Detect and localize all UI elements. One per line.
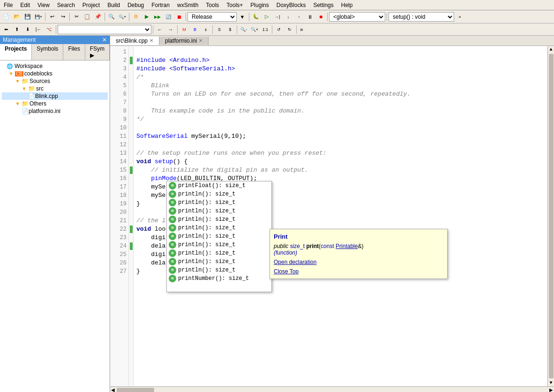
tb2-btn5[interactable]: ⌥ bbox=[44, 24, 54, 35]
hscroll-left-btn[interactable]: ◀ bbox=[110, 387, 116, 392]
menu-edit[interactable]: Edit bbox=[16, 1, 34, 9]
rebuild-btn[interactable]: 🔄 bbox=[163, 12, 173, 22]
scope-dropdown[interactable]: <global> bbox=[329, 12, 385, 22]
tb2-bookmark[interactable]: B bbox=[190, 24, 200, 35]
stop-btn[interactable]: ⏹ bbox=[174, 12, 184, 22]
close-top-link[interactable]: Close Top bbox=[274, 268, 443, 275]
paste-btn[interactable]: 📌 bbox=[93, 12, 103, 22]
sidebar-tab-symbols[interactable]: Symbols bbox=[32, 44, 63, 60]
menu-fortran[interactable]: Fortran bbox=[148, 1, 173, 9]
tb2-s1[interactable]: S bbox=[214, 24, 225, 35]
sidebar-tab-fsym[interactable]: FSym ▶ bbox=[85, 44, 110, 60]
scroll-down-btn[interactable]: ▼ bbox=[548, 379, 553, 386]
debug-step-btn[interactable]: ↓ bbox=[283, 12, 293, 22]
debug-btn[interactable]: 🐛 bbox=[251, 12, 261, 22]
open-btn[interactable]: 📂 bbox=[12, 12, 22, 22]
dropdown-arrow[interactable]: ▼ bbox=[237, 12, 247, 22]
save-all-btn[interactable]: 💾+ bbox=[33, 12, 44, 22]
autocomplete-list[interactable]: m printFloat(): size_t m println(): size… bbox=[167, 181, 271, 292]
menu-wxsmith[interactable]: wxSmith bbox=[173, 1, 202, 9]
tb2-nav-back[interactable]: ← bbox=[155, 24, 165, 35]
run-btn[interactable]: ▶ bbox=[142, 12, 152, 22]
tb2-btn3[interactable]: ⬇ bbox=[22, 24, 33, 35]
tb2-undo2[interactable]: ↺ bbox=[274, 24, 284, 35]
jump-dropdown[interactable] bbox=[58, 25, 151, 34]
menu-help[interactable]: Help bbox=[337, 1, 357, 9]
ac-item-2[interactable]: m println(): size_t bbox=[167, 198, 271, 207]
ac-item-7[interactable]: m println(): size_t bbox=[167, 241, 271, 249]
menu-doxyblocks[interactable]: DoxyBlocks bbox=[273, 1, 310, 9]
menu-tools[interactable]: Tools bbox=[202, 1, 223, 9]
menu-project[interactable]: Project bbox=[79, 1, 104, 9]
hscroll-thumb[interactable] bbox=[117, 388, 154, 392]
scroll-up-btn[interactable]: ▲ bbox=[548, 46, 553, 53]
undo-btn[interactable]: ↩ bbox=[47, 12, 57, 22]
tb2-zoom-out[interactable]: 🔍- bbox=[239, 24, 249, 35]
ac-item-0[interactable]: m printFloat(): size_t bbox=[167, 181, 271, 190]
find-next-btn[interactable]: 🔍+ bbox=[117, 12, 127, 22]
ac-item-10[interactable]: m println(): size_t bbox=[167, 266, 271, 274]
tab-blink-cpp-close[interactable]: ✕ bbox=[150, 38, 153, 43]
ac-item-8[interactable]: m println(): size_t bbox=[167, 249, 271, 257]
editor-hscrollbar[interactable]: ◀ ▶ bbox=[110, 386, 554, 392]
editor-scrollbar[interactable]: ▲ ▼ bbox=[547, 46, 554, 386]
tb2-s2[interactable]: $ bbox=[225, 24, 235, 35]
menu-search[interactable]: Search bbox=[53, 1, 79, 9]
debug-stop-btn[interactable]: ⏹ bbox=[315, 12, 326, 22]
tb2-nav-fwd[interactable]: → bbox=[165, 24, 176, 35]
debug-next-btn[interactable]: →| bbox=[272, 12, 283, 22]
tree-blink-cpp[interactable]: 📄 Blink.cpp bbox=[2, 92, 108, 100]
function-dropdown[interactable]: setup() : void bbox=[389, 12, 454, 22]
menu-debug[interactable]: Debug bbox=[124, 1, 148, 9]
menu-settings[interactable]: Settings bbox=[309, 1, 337, 9]
ac-item-3[interactable]: m println(): size_t bbox=[167, 207, 271, 215]
tb2-fold[interactable]: ± bbox=[201, 24, 211, 35]
tb2-btn4[interactable]: |← bbox=[33, 24, 44, 35]
ac-item-5[interactable]: m println(): size_t bbox=[167, 224, 271, 232]
save-btn[interactable]: 💾 bbox=[22, 12, 33, 22]
sidebar-tab-files[interactable]: Files bbox=[63, 44, 85, 60]
ac-item-4[interactable]: m println(): size_t bbox=[167, 215, 271, 224]
redo-btn[interactable]: ↪ bbox=[58, 12, 68, 22]
tree-others[interactable]: ▼ 📁 Others bbox=[2, 100, 108, 107]
tb2-btn1[interactable]: ⬅ bbox=[1, 24, 11, 35]
open-declaration-link[interactable]: Open declaration bbox=[274, 259, 443, 265]
tree-src[interactable]: ▼ 📁 src bbox=[2, 85, 108, 92]
autocomplete-popup[interactable]: m printFloat(): size_t m println(): size… bbox=[166, 181, 272, 292]
tab-platformio-ini-close[interactable]: ✕ bbox=[199, 38, 202, 43]
tb2-redo2[interactable]: ↻ bbox=[284, 24, 295, 35]
copy-btn[interactable]: 📋 bbox=[82, 12, 92, 22]
tb2-btn2[interactable]: ⬆ bbox=[12, 24, 22, 35]
sidebar-close-btn[interactable]: ✕ bbox=[102, 37, 107, 43]
build-config-dropdown[interactable]: Release Debug bbox=[187, 12, 237, 22]
hscroll-right-btn[interactable]: ▶ bbox=[548, 387, 554, 392]
debug-run-btn[interactable]: ▷ bbox=[262, 12, 272, 22]
tb2-zoom-reset[interactable]: 1:1 bbox=[260, 24, 270, 35]
tree-sources[interactable]: ▼ 📁 Sources bbox=[2, 77, 108, 85]
debug-out-btn[interactable]: ↑ bbox=[294, 12, 304, 22]
tree-platformio-ini[interactable]: 📄 platformio.ini bbox=[2, 107, 108, 115]
tb2-match[interactable]: M bbox=[179, 24, 189, 35]
tab-blink-cpp[interactable]: src\Blink.cpp ✕ bbox=[110, 37, 159, 45]
tb2-zoom-in[interactable]: 🔍+ bbox=[249, 24, 260, 35]
ac-item-6[interactable]: m println(): size_t bbox=[167, 232, 271, 241]
tree-codeblocks[interactable]: ▼ CB codeblocks bbox=[2, 70, 108, 77]
tree-workspace[interactable]: 🌐 Workspace bbox=[2, 62, 108, 70]
menu-toolsplus[interactable]: Tools+ bbox=[223, 1, 247, 9]
ac-item-9[interactable]: m println(): size_t bbox=[167, 257, 271, 266]
ac-item-11[interactable]: m printNumber(): size_t bbox=[167, 274, 271, 283]
new-btn[interactable]: 📄 bbox=[1, 12, 11, 22]
scroll-thumb[interactable] bbox=[549, 54, 554, 378]
more-btn[interactable]: » bbox=[455, 12, 465, 22]
find-btn[interactable]: 🔍 bbox=[106, 12, 117, 22]
menu-view[interactable]: View bbox=[34, 1, 53, 9]
build-run-btn[interactable]: ▶▶ bbox=[152, 12, 163, 22]
menu-plugins[interactable]: Plugins bbox=[247, 1, 272, 9]
cut-btn[interactable]: ✂ bbox=[71, 12, 82, 22]
tab-platformio-ini[interactable]: platformio.ini ✕ bbox=[159, 37, 209, 45]
debug-pause-btn[interactable]: ⏸ bbox=[305, 12, 315, 22]
menu-file[interactable]: File bbox=[0, 1, 16, 9]
sidebar-tab-projects[interactable]: Projects bbox=[0, 44, 32, 60]
tb2-more[interactable]: » bbox=[298, 26, 305, 33]
code-editor[interactable]: 12345 678910 1112131415 1617181920 21222… bbox=[110, 46, 554, 386]
